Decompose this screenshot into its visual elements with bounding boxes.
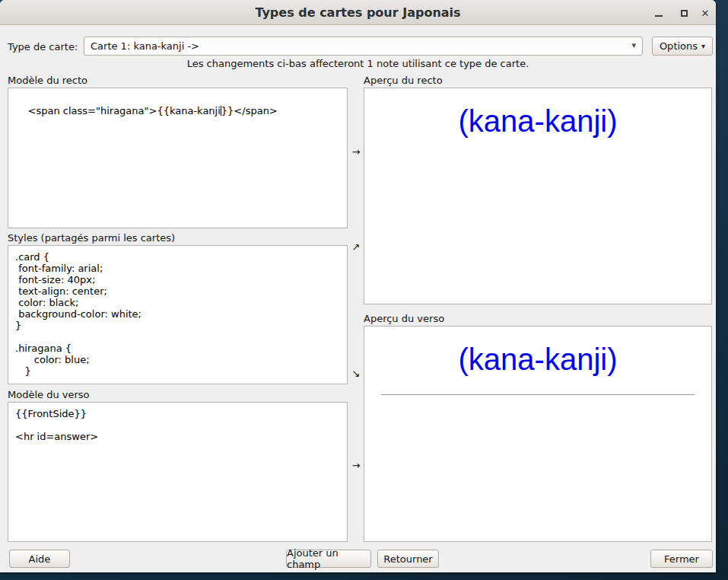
front-template-text-after-cursor: }}</span> (221, 105, 278, 116)
minimize-icon (655, 15, 663, 17)
back-preview-pane: (kana-kanji) (364, 326, 712, 542)
minimize-button[interactable] (650, 6, 667, 20)
front-preview-card-text: (kana-kanji) (364, 104, 711, 139)
options-button-label: Options (660, 40, 698, 52)
back-preview-card-text: (kana-kanji) (364, 342, 711, 377)
help-button[interactable]: Aide (9, 550, 70, 568)
back-template-label: Modèle du verso (8, 389, 90, 400)
maximize-button[interactable] (676, 6, 692, 20)
close-dialog-button-label: Fermer (664, 553, 699, 565)
close-icon: ✕ (701, 8, 710, 18)
front-template-editor[interactable]: <span class="hiragana">{{kana-kanji}}</s… (8, 88, 348, 228)
add-field-button[interactable]: Ajouter un champ (286, 550, 371, 568)
close-button[interactable]: ✕ (697, 6, 714, 20)
notes-affected-info: Les changements ci-bas affecteront 1 not… (0, 58, 716, 69)
front-template-text-before-cursor: <span class="hiragana">{{kana-kanji (28, 105, 221, 116)
answer-divider (381, 394, 695, 395)
back-template-editor[interactable]: {{FrontSide}} <hr id=answer> (8, 402, 348, 542)
window-title: Types de cartes pour Japonais (0, 5, 716, 20)
styles-label: Styles (partagés parmi les cartes) (8, 232, 175, 244)
card-type-selected-value: Carte 1: kana-kanji -> (91, 40, 199, 52)
card-type-select[interactable]: Carte 1: kana-kanji -> ▾ (84, 37, 643, 56)
card-type-label: Type de carte: (8, 41, 78, 53)
front-template-label: Modèle du recto (8, 75, 87, 86)
styles-to-front-arrow-icon: ↗ (349, 241, 363, 253)
chevron-down-icon: ▾ (631, 40, 636, 50)
back-template-to-preview-arrow-icon: → (349, 460, 363, 471)
card-types-dialog: Types de cartes pour Japonais ✕ Type de … (0, 0, 716, 572)
styles-to-back-arrow-icon: ↘ (349, 368, 363, 379)
add-field-button-label: Ajouter un champ (287, 547, 370, 570)
front-preview-label: Aperçu du recto (364, 75, 443, 86)
options-button[interactable]: Options ▾ (652, 37, 713, 56)
maximize-icon (681, 10, 688, 17)
flip-button-label: Retourner (383, 553, 432, 565)
styles-editor[interactable]: .card { font-family: arial; font-size: 4… (8, 245, 348, 384)
help-button-label: Aide (29, 553, 51, 565)
front-template-to-preview-arrow-icon: → (349, 146, 363, 158)
back-preview-label: Aperçu du verso (364, 313, 444, 324)
options-dropdown-icon: ▾ (701, 42, 705, 50)
front-preview-pane: (kana-kanji) (364, 88, 712, 304)
title-bar: Types de cartes pour Japonais ✕ (0, 0, 716, 25)
flip-button[interactable]: Retourner (377, 550, 439, 568)
close-dialog-button[interactable]: Fermer (650, 550, 713, 568)
